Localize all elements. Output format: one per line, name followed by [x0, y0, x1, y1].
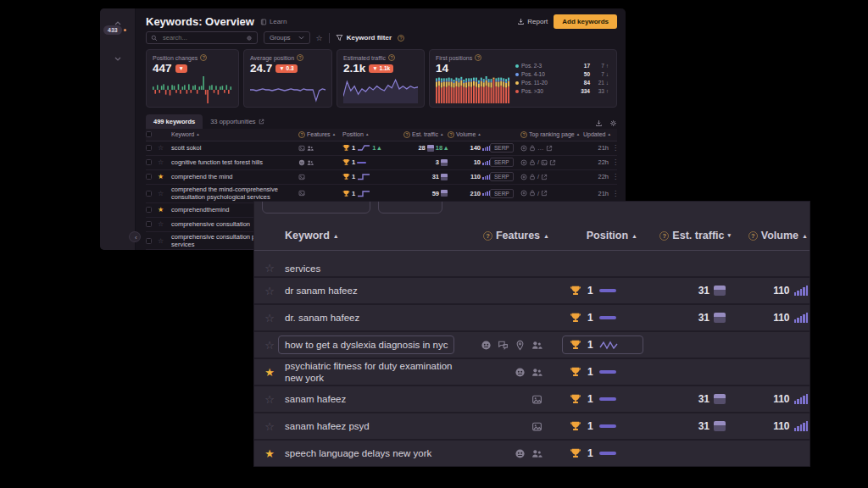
star-filled-icon[interactable]: ★: [158, 173, 171, 180]
tab-keywords[interactable]: 499 keywords: [146, 114, 203, 129]
serp-button[interactable]: SERP: [490, 158, 514, 167]
external-icon[interactable]: [549, 159, 556, 166]
column-header[interactable]: ?Top ranking page▲: [520, 131, 583, 138]
table-row[interactable]: ☆comprehend the mind-comprehensive consu…: [146, 185, 617, 203]
help-icon[interactable]: ?: [520, 131, 527, 138]
row-menu-button[interactable]: ⋮: [612, 144, 622, 152]
table-row[interactable]: ★speech language delays new york1: [254, 441, 810, 466]
plus-icon[interactable]: [520, 174, 527, 180]
star-filled-icon[interactable]: ★: [264, 447, 275, 460]
star-outline-icon[interactable]: ☆: [264, 262, 275, 274]
lock-icon[interactable]: [529, 190, 536, 197]
column-header[interactable]: Updated▲: [583, 131, 612, 137]
column-header[interactable]: Keyword▲: [285, 230, 476, 241]
column-header[interactable]: ?Volume▲: [448, 131, 490, 138]
row-menu-button[interactable]: ⋮: [612, 158, 622, 166]
lock-icon[interactable]: [529, 159, 536, 166]
column-header[interactable]: ?Features▲: [476, 230, 561, 241]
help-icon[interactable]: ?: [398, 35, 404, 42]
table-row[interactable]: ☆dr. sanam hafeez131110: [254, 305, 810, 332]
table-row-partial[interactable]: ☆services31110: [254, 251, 810, 278]
download-icon[interactable]: [595, 119, 603, 127]
keyword-highlight-box[interactable]: how to get a dyslexia diagnosis in nyc: [278, 336, 454, 354]
help-icon[interactable]: ?: [388, 54, 395, 61]
serp-button[interactable]: SERP: [490, 172, 514, 181]
groups-dropdown[interactable]: Groups: [264, 31, 310, 44]
lock-icon[interactable]: [529, 174, 536, 180]
star-outline-icon[interactable]: ☆: [158, 158, 171, 166]
lock-icon[interactable]: [529, 145, 536, 152]
zoomed-table-panel: Keyword▲?Features▲Position▲?Est. traffic…: [254, 202, 810, 466]
chevron-down-icon[interactable]: [114, 49, 121, 64]
help-icon[interactable]: ?: [200, 54, 207, 61]
help-icon[interactable]: ?: [448, 131, 454, 138]
plus-icon[interactable]: [520, 145, 527, 152]
external-icon[interactable]: [546, 145, 553, 152]
help-icon[interactable]: ?: [483, 231, 492, 241]
favorites-filter-star-icon[interactable]: ☆: [316, 34, 323, 42]
column-header[interactable]: ?Est. traffic▾: [656, 230, 739, 241]
star-filled-icon[interactable]: ★: [158, 206, 171, 214]
serp-button[interactable]: SERP: [490, 143, 514, 152]
external-icon[interactable]: [541, 174, 548, 180]
help-icon[interactable]: ?: [403, 131, 410, 138]
table-row[interactable]: ☆cognitive function test forest hills131…: [146, 156, 617, 170]
column-header[interactable]: Keyword▲: [171, 131, 298, 137]
column-header[interactable]: ?Features▲: [298, 131, 342, 138]
column-header[interactable]: Position▲: [561, 230, 656, 241]
table-row[interactable]: ☆how to get a dyslexia diagnosis in nyc1: [254, 332, 810, 359]
help-icon[interactable]: ?: [297, 54, 303, 61]
row-checkbox[interactable]: [146, 174, 152, 180]
star-outline-icon[interactable]: ☆: [158, 190, 171, 197]
external-icon[interactable]: [541, 190, 548, 197]
star-outline-icon[interactable]: ☆: [264, 420, 275, 433]
column-header[interactable]: ?Volume▲: [739, 230, 810, 241]
row-checkbox[interactable]: [146, 207, 152, 213]
search-settings-gear-icon[interactable]: [246, 35, 253, 42]
help-icon[interactable]: ?: [748, 231, 758, 241]
star-outline-icon[interactable]: ☆: [158, 220, 171, 228]
add-keywords-button[interactable]: Add keywords: [554, 14, 617, 29]
star-outline-icon[interactable]: ☆: [264, 339, 275, 352]
star-outline-icon[interactable]: ☆: [264, 393, 275, 406]
row-menu-button[interactable]: ⋮: [612, 190, 622, 197]
table-row[interactable]: ☆sanam hafeez131110: [254, 386, 810, 413]
plus-icon[interactable]: [520, 190, 527, 197]
table-row[interactable]: ★psychiatric fitness for duty examinatio…: [254, 359, 810, 386]
row-checkbox[interactable]: [146, 221, 152, 227]
keyword-filter-button[interactable]: Keyword filter: [336, 34, 392, 42]
row-checkbox[interactable]: [146, 191, 152, 197]
search-input[interactable]: [161, 33, 242, 42]
serp-button[interactable]: SERP: [490, 189, 514, 198]
column-header[interactable]: Position▲: [342, 131, 403, 137]
plus-icon[interactable]: [520, 159, 527, 166]
rail-badge[interactable]: 433: [103, 25, 126, 35]
table-row[interactable]: ★comprehend the mind131110SERP/22h⋮: [146, 170, 617, 185]
help-icon[interactable]: ?: [475, 54, 481, 61]
select-all-checkbox[interactable]: [146, 131, 152, 137]
table-row[interactable]: ☆scott sokol11 ▴2818 ▴140SERP…21h⋮: [146, 141, 617, 156]
card-value: 24.7: [250, 62, 272, 75]
star-outline-icon[interactable]: ☆: [264, 285, 275, 297]
learn-link[interactable]: Learn: [260, 18, 287, 25]
collapse-panel-button[interactable]: ‹: [129, 231, 141, 242]
star-filled-icon[interactable]: ★: [264, 366, 275, 379]
gear-icon[interactable]: [609, 119, 617, 127]
help-icon[interactable]: ?: [298, 131, 305, 138]
table-row[interactable]: ☆dr sanam hafeez131110: [254, 278, 810, 305]
image-icon[interactable]: [541, 159, 548, 166]
star-outline-icon[interactable]: ☆: [158, 144, 171, 152]
tab-opportunities[interactable]: 33 opportunities: [203, 114, 271, 129]
column-header[interactable]: ?Est. traffic▲: [403, 131, 448, 138]
row-checkbox[interactable]: [146, 145, 152, 151]
star-outline-icon[interactable]: ☆: [158, 237, 171, 245]
help-icon[interactable]: ?: [659, 231, 669, 241]
row-checkbox[interactable]: [146, 238, 152, 244]
report-button[interactable]: Report: [517, 18, 548, 25]
row-menu-button[interactable]: ⋮: [612, 173, 622, 180]
traffic-bar-icon: [714, 286, 726, 296]
position-highlight-box[interactable]: 1: [562, 336, 643, 354]
table-row[interactable]: ☆sanam hafeez psyd131110: [254, 413, 810, 441]
star-outline-icon[interactable]: ☆: [264, 312, 275, 324]
row-checkbox[interactable]: [146, 159, 152, 165]
